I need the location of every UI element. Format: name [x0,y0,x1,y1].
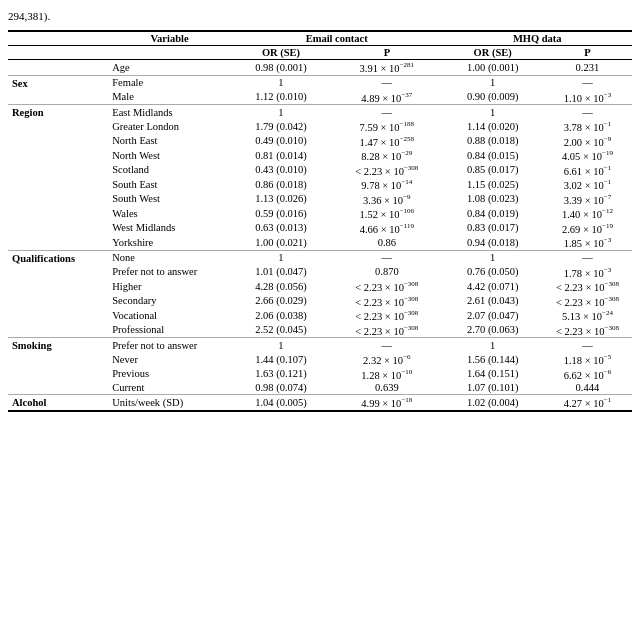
table-row: Professional2.52 (0.045)< 2.23 × 10−3082… [8,323,632,338]
variable-cell: Male [108,90,231,105]
or1-cell: 0.43 (0.010) [231,163,331,178]
p2-cell: — [543,105,632,120]
table-row: North West0.81 (0.014)8.28 × 10−290.84 (… [8,148,632,163]
section-label [8,323,108,338]
p2-cell: 2.00 × 10−9 [543,134,632,149]
table-row: Secondary2.66 (0.029)< 2.23 × 10−3082.61… [8,294,632,309]
variable-subheader [108,46,231,60]
variable-cell: Yorkshire [108,235,231,250]
p1-cell: 0.870 [331,265,442,280]
section-label [8,308,108,323]
or2-cell: 2.70 (0.063) [443,323,543,338]
p2-cell: 3.39 × 10−7 [543,192,632,207]
p1-cell: — [331,250,442,265]
p2-cell: 1.85 × 10−3 [543,235,632,250]
or2-cell: 1 [443,75,543,90]
or1-cell: 4.28 (0.056) [231,279,331,294]
p2-cell: — [543,75,632,90]
p2-cell: 0.444 [543,381,632,395]
or2-cell: 2.07 (0.047) [443,308,543,323]
or1-cell: 0.98 (0.074) [231,381,331,395]
p1-cell: — [331,105,442,120]
section-label [8,206,108,221]
intro-text: 294,381). [8,10,632,22]
table-row: QualificationsNone1—1— [8,250,632,265]
p1-cell: 1.47 × 10−258 [331,134,442,149]
or1-cell: 1.63 (0.121) [231,367,331,382]
variable-cell: South East [108,177,231,192]
variable-cell: Scotland [108,163,231,178]
or1-cell: 0.59 (0.016) [231,206,331,221]
or1-cell: 0.49 (0.010) [231,134,331,149]
section-label [8,163,108,178]
p1-cell: — [331,75,442,90]
table-row: Never1.44 (0.107)2.32 × 10−61.56 (0.144)… [8,352,632,367]
or1-cell: 2.66 (0.029) [231,294,331,309]
or1-cell: 1 [231,338,331,353]
or2-cell: 0.85 (0.017) [443,163,543,178]
section-label: Sex [8,75,108,90]
section-label [8,60,108,76]
table-row: Scotland0.43 (0.010)< 2.23 × 10−3080.85 … [8,163,632,178]
section-label [8,90,108,105]
section-label [8,294,108,309]
variable-cell: Units/week (SD) [108,395,231,411]
variable-cell: Greater London [108,119,231,134]
p1-cell: 7.59 × 10−188 [331,119,442,134]
or2-cell: 1.56 (0.144) [443,352,543,367]
or2-cell: 1 [443,105,543,120]
p2-cell: < 2.23 × 10−308 [543,279,632,294]
or1-cell: 1 [231,75,331,90]
table-row: AlcoholUnits/week (SD)1.04 (0.005)4.99 ×… [8,395,632,411]
section-label [8,119,108,134]
or2-cell: 2.61 (0.043) [443,294,543,309]
empty-header-1 [8,31,108,46]
table-row: Greater London1.79 (0.042)7.59 × 10−1881… [8,119,632,134]
or2-cell: 1.02 (0.004) [443,395,543,411]
p1-cell: < 2.23 × 10−308 [331,294,442,309]
or2-cell: 0.83 (0.017) [443,221,543,236]
section-label [8,352,108,367]
p1-header: P [331,46,442,60]
variable-cell: Professional [108,323,231,338]
p1-cell: 8.28 × 10−29 [331,148,442,163]
col-header-row: OR (SE) P OR (SE) P [8,46,632,60]
table-row: Age0.98 (0.001)3.91 × 10−2811.00 (0.001)… [8,60,632,76]
section-label [8,367,108,382]
section-label: Alcohol [8,395,108,411]
p1-cell: 3.36 × 10−9 [331,192,442,207]
p2-cell: — [543,250,632,265]
or1-cell: 1.04 (0.005) [231,395,331,411]
section-label [8,177,108,192]
section-label [8,235,108,250]
section-label [8,192,108,207]
p1-cell: 9.78 × 10−14 [331,177,442,192]
table-row: SexFemale1—1— [8,75,632,90]
or1-cell: 0.81 (0.014) [231,148,331,163]
or1-cell: 1.13 (0.026) [231,192,331,207]
p1-cell: < 2.23 × 10−308 [331,279,442,294]
or2-cell: 0.84 (0.019) [443,206,543,221]
table-row: North East0.49 (0.010)1.47 × 10−2580.88 … [8,134,632,149]
or1-cell: 0.86 (0.018) [231,177,331,192]
or1-cell: 1.79 (0.042) [231,119,331,134]
section-label [8,148,108,163]
table-row: South West1.13 (0.026)3.36 × 10−91.08 (0… [8,192,632,207]
p1-cell: < 2.23 × 10−308 [331,323,442,338]
or2-cell: 1.00 (0.001) [443,60,543,76]
p2-cell: 6.61 × 10−1 [543,163,632,178]
or2-cell: 1.07 (0.101) [443,381,543,395]
p1-cell: — [331,338,442,353]
empty-subheader [8,46,108,60]
table-row: West Midlands0.63 (0.013)4.66 × 10−1190.… [8,221,632,236]
p2-cell: 3.78 × 10−1 [543,119,632,134]
p1-cell: 4.66 × 10−119 [331,221,442,236]
p2-cell: 5.13 × 10−24 [543,308,632,323]
p2-cell: < 2.23 × 10−308 [543,294,632,309]
table-row: Male1.12 (0.010)4.89 × 10−370.90 (0.009)… [8,90,632,105]
or2-cell: 0.88 (0.018) [443,134,543,149]
p1-cell: 1.52 × 10−106 [331,206,442,221]
table-row: Higher4.28 (0.056)< 2.23 × 10−3084.42 (0… [8,279,632,294]
variable-cell: Wales [108,206,231,221]
section-label [8,265,108,280]
